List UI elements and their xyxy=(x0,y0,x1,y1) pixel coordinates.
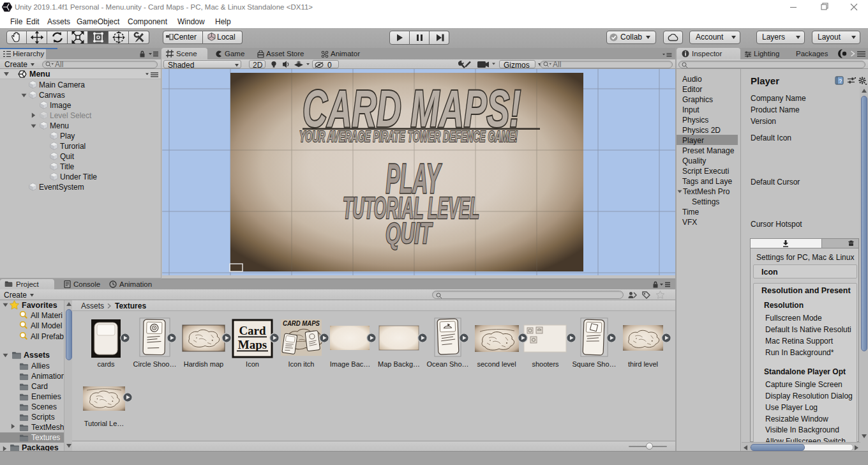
svg-text:?: ? xyxy=(839,78,842,84)
svg-text:second level: second level xyxy=(477,360,516,368)
svg-text:shooters: shooters xyxy=(532,360,559,368)
svg-text:third level: third level xyxy=(628,360,658,368)
svg-text:Image Bac…: Image Bac… xyxy=(330,360,371,368)
svg-text:Ocean Sho…: Ocean Sho… xyxy=(426,360,468,368)
svg-text:Map Backg…: Map Backg… xyxy=(378,360,420,368)
svg-text:Tutorial Le…: Tutorial Le… xyxy=(84,420,124,427)
svg-text:QUIT: QUIT xyxy=(385,217,433,250)
svg-text:Icon itch: Icon itch xyxy=(288,360,315,368)
svg-text:YOUR AVERAGE PIRATE TOWER DEFE: YOUR AVERAGE PIRATE TOWER DEFENCE GAME! xyxy=(299,128,518,145)
svg-text:Maps: Maps xyxy=(238,338,267,351)
svg-text:Card: Card xyxy=(239,324,266,337)
svg-text:Hardish map: Hardish map xyxy=(184,360,223,368)
svg-text:CARD MAPS: CARD MAPS xyxy=(283,319,320,327)
svg-text:cards: cards xyxy=(98,360,115,368)
svg-text:Circle Shoo…: Circle Shoo… xyxy=(133,360,177,368)
svg-text:Icon: Icon xyxy=(246,360,259,368)
svg-text:Square Sho…: Square Sho… xyxy=(572,360,616,368)
